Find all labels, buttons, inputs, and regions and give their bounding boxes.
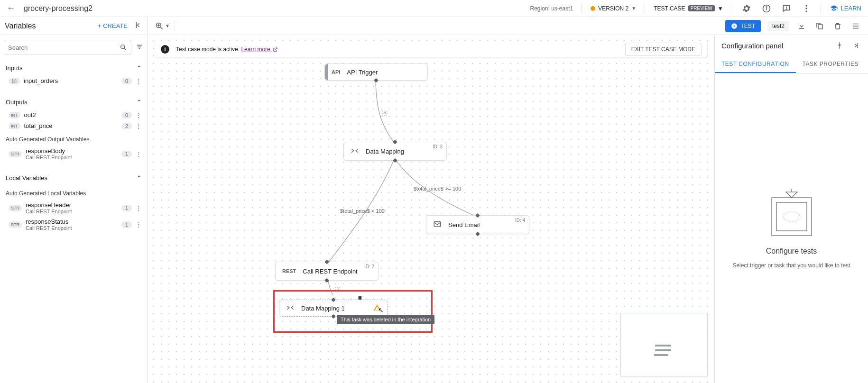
expand-panel-icon[interactable] bbox=[850, 40, 861, 51]
node-id: ID: 2 bbox=[364, 264, 374, 269]
more-vert-icon[interactable]: ⋮ bbox=[136, 204, 142, 211]
variable-row[interactable]: STR responseBody Call REST Endpoint 1 ⋮ bbox=[4, 146, 144, 162]
type-badge: INT bbox=[9, 112, 20, 119]
variable-row[interactable]: STR responseHeader Call REST Endpoint 1 … bbox=[4, 200, 144, 216]
back-arrow-icon[interactable]: ← bbox=[7, 3, 15, 13]
svg-rect-34 bbox=[776, 202, 807, 231]
more-vert-icon[interactable]: ⋮ bbox=[136, 150, 142, 157]
flow-canvas[interactable]: i Test case mode is active. Learn more. … bbox=[148, 35, 714, 383]
version-selector[interactable]: VERSION 2 ▼ bbox=[591, 5, 636, 12]
variable-row[interactable]: INT out2 0 ⋮ bbox=[4, 109, 144, 120]
variable-row[interactable]: {J} input_orders 0 ⋮ bbox=[4, 75, 144, 86]
variable-row[interactable]: STR responseStatus Call REST Endpoint 1 … bbox=[4, 216, 144, 233]
more-vert-icon[interactable]: ⋮ bbox=[136, 221, 142, 228]
input-port[interactable] bbox=[393, 140, 397, 145]
node-label: API Trigger bbox=[347, 69, 378, 76]
variables-sidebar: Inputs ⌃ {J} input_orders 0 ⋮ Outputs ⌃ … bbox=[0, 35, 148, 383]
test-button[interactable]: TEST bbox=[725, 20, 761, 32]
output-port[interactable] bbox=[374, 78, 379, 83]
learn-more-link[interactable]: Learn more. bbox=[241, 46, 278, 53]
rest-icon: REST bbox=[282, 268, 296, 274]
input-port[interactable] bbox=[475, 213, 480, 218]
zoom-dropdown[interactable]: ▼ bbox=[155, 21, 170, 31]
exit-test-mode-button[interactable]: EXIT TEST CASE MODE bbox=[625, 43, 702, 56]
copy-icon[interactable] bbox=[814, 20, 825, 32]
svg-line-20 bbox=[124, 48, 126, 50]
info-icon[interactable] bbox=[761, 3, 772, 14]
variable-source: Call REST Endpoint bbox=[26, 155, 118, 160]
learn-button[interactable]: LEARN bbox=[830, 4, 861, 13]
data-mapping-icon bbox=[286, 303, 295, 313]
external-link-icon bbox=[273, 47, 278, 52]
svg-rect-33 bbox=[772, 198, 812, 236]
testcase-selector[interactable]: TEST CASE PREVIEW ▼ bbox=[654, 5, 723, 12]
variable-source: Call REST Endpoint bbox=[26, 209, 118, 214]
plus-icon: + bbox=[98, 22, 102, 29]
chevron-up-icon: ⌃ bbox=[137, 99, 142, 106]
divider bbox=[175, 21, 175, 31]
output-port[interactable] bbox=[475, 232, 480, 237]
minimap[interactable] bbox=[620, 313, 708, 376]
more-vert-icon[interactable]: ⋮ bbox=[136, 111, 142, 119]
node-send-email[interactable]: ID: 4 Send Email bbox=[426, 215, 529, 234]
svg-point-24 bbox=[384, 112, 386, 114]
input-port[interactable] bbox=[324, 260, 329, 264]
svg-point-7 bbox=[805, 10, 807, 12]
config-empty-state: Configure tests Select trigger or task t… bbox=[715, 73, 868, 383]
gear-icon[interactable] bbox=[741, 3, 752, 14]
more-vert-icon[interactable]: ⋮ bbox=[136, 122, 142, 129]
section-auto-output: Auto Generated Output Variables bbox=[4, 131, 144, 146]
node-data-mapping-1[interactable]: Data Mapping 1 bbox=[279, 300, 388, 317]
email-icon bbox=[433, 220, 442, 230]
menu-icon[interactable] bbox=[850, 20, 861, 32]
feedback-icon[interactable] bbox=[781, 3, 792, 14]
version-status-dot-icon bbox=[591, 6, 595, 11]
empty-subtitle: Select trigger or task that you would li… bbox=[732, 262, 850, 269]
variable-name: responseStatus bbox=[26, 218, 118, 225]
learn-label: LEARN bbox=[841, 5, 861, 12]
node-id: ID: 4 bbox=[515, 218, 525, 223]
version-label: VERSION 2 bbox=[598, 5, 628, 12]
ref-count: 1 bbox=[121, 151, 132, 157]
collapse-panel-icon[interactable] bbox=[134, 21, 143, 31]
info-solid-icon: i bbox=[161, 45, 169, 54]
notice-text: Test case mode is active. Learn more. bbox=[176, 46, 278, 53]
edge-condition-label: $total_price$ >= 100 bbox=[414, 186, 461, 192]
svg-point-2 bbox=[766, 6, 767, 7]
output-port[interactable] bbox=[324, 278, 329, 283]
svg-rect-27 bbox=[358, 297, 362, 297]
ref-count: 0 bbox=[121, 78, 132, 84]
variable-name: input_orders bbox=[24, 77, 118, 84]
tab-test-configuration[interactable]: TEST CONFIGURATION bbox=[715, 56, 796, 73]
output-port[interactable] bbox=[393, 158, 397, 163]
section-inputs[interactable]: Inputs ⌃ bbox=[4, 61, 144, 75]
edge-gear-icon[interactable] bbox=[381, 110, 388, 118]
test-name-chip[interactable]: test2 bbox=[767, 21, 789, 31]
variables-search[interactable] bbox=[4, 40, 131, 55]
divider bbox=[582, 3, 582, 14]
learn-more-label: Learn more. bbox=[241, 46, 272, 53]
node-data-mapping[interactable]: ID: 3 Data Mapping bbox=[343, 142, 447, 161]
empty-title: Configure tests bbox=[766, 247, 817, 255]
node-api-trigger[interactable]: API API Trigger bbox=[324, 64, 428, 81]
search-input[interactable] bbox=[8, 44, 120, 51]
section-local[interactable]: Local Variables ⌃ bbox=[4, 171, 144, 185]
toolbar-row: Variables + CREATE ▼ TEST test2 bbox=[0, 17, 868, 35]
tab-task-properties[interactable]: TASK PROPERTIES bbox=[796, 56, 865, 73]
node-call-rest[interactable]: ID: 2 REST Call REST Endpoint bbox=[275, 262, 379, 281]
download-icon[interactable] bbox=[796, 20, 807, 32]
deleted-task-tooltip: This task was deleted in the integration bbox=[337, 315, 434, 324]
config-tabs: TEST CONFIGURATION TASK PROPERTIES bbox=[715, 56, 868, 73]
more-vert-icon[interactable]: ⋮ bbox=[136, 77, 142, 84]
create-variable-button[interactable]: + CREATE bbox=[98, 22, 128, 29]
section-label: Inputs bbox=[6, 64, 22, 72]
notice-text-content: Test case mode is active. bbox=[176, 46, 241, 53]
delete-icon[interactable] bbox=[832, 20, 843, 32]
edge-condition-label: $total_price$ < 100 bbox=[340, 208, 385, 214]
more-vert-icon[interactable] bbox=[801, 3, 812, 14]
pin-icon[interactable] bbox=[834, 40, 845, 51]
variable-name: responseHeader bbox=[26, 201, 118, 209]
filter-icon[interactable] bbox=[135, 43, 144, 53]
section-outputs[interactable]: Outputs ⌃ bbox=[4, 95, 144, 109]
variable-row[interactable]: INT total_price 2 ⋮ bbox=[4, 120, 144, 131]
